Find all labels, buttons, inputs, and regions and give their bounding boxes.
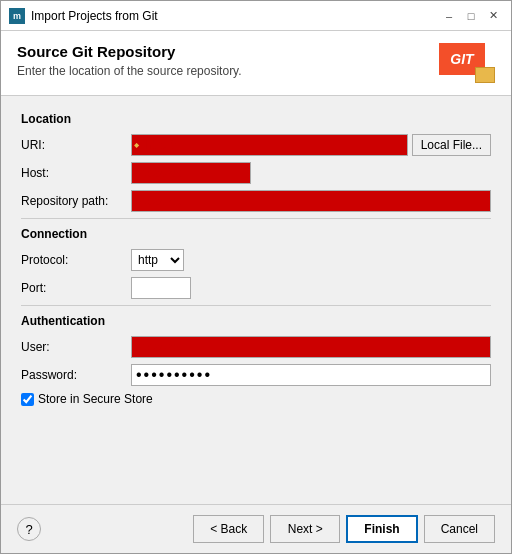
user-input[interactable] (131, 336, 491, 358)
uri-group: URI: ⬥ Local File... (21, 134, 491, 156)
location-section-label: Location (21, 112, 491, 126)
git-logo: GIT (439, 43, 495, 83)
password-group: Password: (21, 364, 491, 386)
header-section: Source Git Repository Enter the location… (1, 31, 511, 96)
port-input[interactable] (131, 277, 191, 299)
close-button[interactable]: ✕ (483, 6, 503, 26)
repo-path-input[interactable] (131, 190, 491, 212)
host-group: Host: (21, 162, 491, 184)
cancel-button[interactable]: Cancel (424, 515, 495, 543)
minimize-button[interactable]: – (439, 6, 459, 26)
protocol-group: Protocol: http https git ssh (21, 249, 491, 271)
repo-path-group: Repository path: (21, 190, 491, 212)
back-button[interactable]: < Back (193, 515, 264, 543)
port-label: Port: (21, 281, 131, 295)
main-window: m Import Projects from Git – □ ✕ Source … (0, 0, 512, 554)
header-subtitle: Enter the location of the source reposit… (17, 64, 242, 78)
git-logo-overlay (475, 67, 495, 83)
password-input[interactable] (131, 364, 491, 386)
host-label: Host: (21, 166, 131, 180)
window-controls: – □ ✕ (439, 6, 503, 26)
window-title: Import Projects from Git (31, 9, 439, 23)
help-button[interactable]: ? (17, 517, 41, 541)
password-label: Password: (21, 368, 131, 382)
host-label-text: Host: (21, 166, 49, 180)
port-group: Port: (21, 277, 491, 299)
title-bar: m Import Projects from Git – □ ✕ (1, 1, 511, 31)
auth-section-label: Authentication (21, 314, 491, 328)
footer-right: < Back Next > Finish Cancel (193, 515, 495, 543)
user-group: User: (21, 336, 491, 358)
protocol-select[interactable]: http https git ssh (131, 249, 184, 271)
footer-left: ? (17, 517, 41, 541)
store-checkbox[interactable] (21, 393, 34, 406)
form-content: Location URI: ⬥ Local File... Host: Repo… (1, 96, 511, 504)
store-label: Store in Secure Store (38, 392, 153, 406)
maximize-button[interactable]: □ (461, 6, 481, 26)
host-input[interactable] (131, 162, 251, 184)
footer: ? < Back Next > Finish Cancel (1, 504, 511, 553)
connection-section-label: Connection (21, 227, 491, 241)
finish-button[interactable]: Finish (346, 515, 417, 543)
user-label: User: (21, 340, 131, 354)
app-icon: m (9, 8, 25, 24)
separator-1 (21, 218, 491, 219)
header-text: Source Git Repository Enter the location… (17, 43, 242, 78)
repo-path-label: Repository path: (21, 194, 131, 208)
header-title: Source Git Repository (17, 43, 242, 60)
uri-input-wrapper: ⬥ (131, 134, 408, 156)
uri-label: URI: (21, 138, 131, 152)
uri-marker-icon: ⬥ (133, 137, 140, 151)
local-file-button[interactable]: Local File... (412, 134, 491, 156)
uri-input[interactable] (131, 134, 408, 156)
store-checkbox-row: Store in Secure Store (21, 392, 491, 406)
next-button[interactable]: Next > (270, 515, 340, 543)
protocol-label: Protocol: (21, 253, 131, 267)
separator-2 (21, 305, 491, 306)
